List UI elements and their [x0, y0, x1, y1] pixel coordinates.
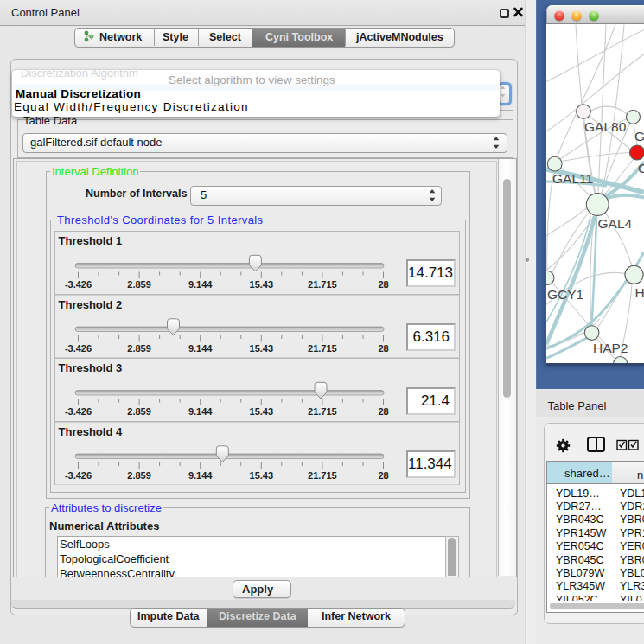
svg-text:GCY1: GCY1: [547, 286, 583, 301]
svg-text:GAL80: GAL80: [584, 119, 627, 134]
svg-text:Threshold 1: Threshold 1: [59, 234, 123, 247]
svg-text:Threshold 2: Threshold 2: [59, 298, 123, 311]
svg-text:Threshold 3: Threshold 3: [59, 361, 123, 374]
svg-text:GAL4: GAL4: [598, 215, 633, 230]
svg-text:GAL11: GAL11: [552, 170, 593, 185]
svg-text:HAP2: HAP2: [593, 340, 628, 354]
svg-text:GA: GA: [634, 129, 644, 143]
svg-text:CY: CY: [638, 161, 644, 175]
svg-text:HA: HA: [635, 284, 644, 299]
svg-text:Threshold 4: Threshold 4: [59, 425, 123, 438]
